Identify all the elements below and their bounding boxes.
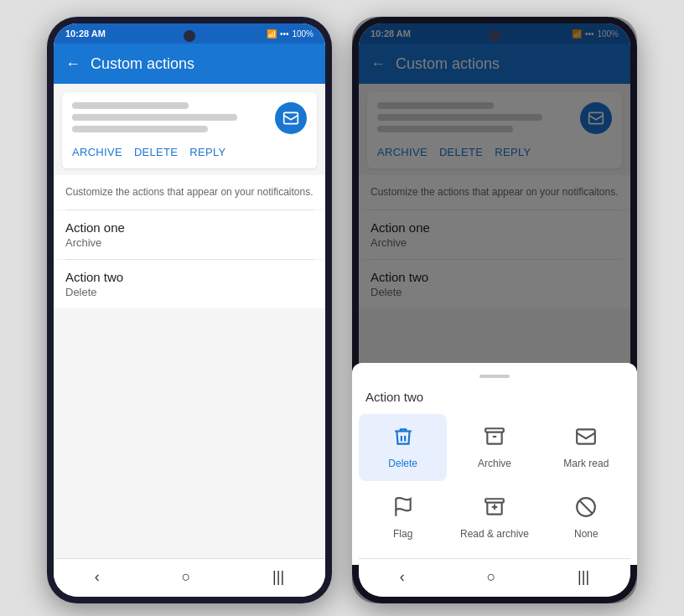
sheet-item-flag-label: Flag (393, 528, 412, 540)
camera-notch (184, 30, 195, 42)
action-one-label: Action one (65, 220, 314, 235)
sheet-item-archive-label: Archive (478, 458, 511, 469)
nav-home-btn[interactable]: ○ (168, 565, 205, 589)
svg-rect-3 (577, 429, 595, 443)
envelope-icon (575, 426, 597, 453)
settings-description: Customize the actions that appear on you… (65, 185, 314, 199)
action-one-row[interactable]: Action one Archive (54, 210, 325, 259)
left-phone: 10:28 AM 📶 ••• 100% ← Custom actions (47, 17, 332, 603)
none-icon (575, 496, 597, 523)
right-camera-notch (489, 30, 500, 42)
sheet-handle (479, 375, 510, 378)
read-archive-icon (484, 496, 505, 523)
sheet-item-readarchive[interactable]: Read & archive (450, 484, 538, 551)
right-nav-bar: ‹ ○ ||| (359, 558, 630, 597)
sheet-item-flag[interactable]: Flag (359, 484, 447, 551)
sheet-item-none[interactable]: None (542, 484, 630, 551)
sheet-grid: Delete Archive (359, 414, 630, 551)
settings-description-section: Customize the actions that appear on you… (54, 175, 325, 210)
left-phone-screen: 10:28 AM 📶 ••• 100% ← Custom actions (54, 23, 325, 597)
svg-rect-2 (485, 428, 504, 432)
notif-archive-btn[interactable]: Archive (72, 146, 122, 158)
notif-app-icon (275, 102, 307, 134)
app-toolbar: ← Custom actions (54, 44, 325, 84)
nav-bar: ‹ ○ ||| (54, 558, 325, 597)
right-nav-home-btn[interactable]: ○ (474, 565, 510, 589)
battery-icon: 100% (292, 29, 314, 39)
flag-icon (392, 496, 414, 523)
action-two-value: Delete (65, 286, 314, 298)
right-nav-back-btn[interactable]: ‹ (386, 565, 418, 589)
notif-header (72, 102, 307, 137)
sheet-item-markread[interactable]: Mark read (542, 414, 630, 481)
bottom-sheet: Action two Delete (359, 363, 630, 565)
nav-recents-btn[interactable]: ||| (259, 565, 298, 589)
action-one-value: Archive (65, 236, 314, 249)
svg-rect-5 (485, 499, 504, 502)
sheet-item-archive[interactable]: Archive (450, 414, 538, 481)
sheet-item-delete-label: Delete (388, 458, 417, 469)
status-icons: 📶 ••• 100% (267, 29, 314, 39)
notif-line-3 (72, 126, 208, 132)
notif-lines (72, 102, 267, 137)
notif-actions: Archive Delete Reply (72, 146, 307, 158)
back-button[interactable]: ← (65, 55, 80, 73)
right-phone-screen: 10:28 AM 📶 ••• 100% ← Custom actions (359, 23, 630, 597)
sheet-item-readarchive-label: Read & archive (460, 528, 529, 540)
archive-icon (484, 426, 505, 453)
notif-delete-btn[interactable]: Delete (134, 146, 178, 158)
action-two-label: Action two (65, 270, 314, 284)
sheet-item-none-label: None (574, 528, 598, 540)
wifi-icon: 📶 (267, 29, 277, 39)
trash-icon (392, 426, 414, 453)
right-phone: 10:28 AM 📶 ••• 100% ← Custom actions (352, 17, 637, 603)
page-title: Custom actions (91, 55, 194, 73)
sheet-title: Action two (359, 386, 630, 414)
right-nav-recents-btn[interactable]: ||| (564, 565, 603, 589)
screen-content: Archive Delete Reply Customize the actio… (54, 84, 325, 558)
sheet-item-markread-label: Mark read (563, 458, 609, 469)
nav-back-btn[interactable]: ‹ (81, 565, 113, 589)
notif-line-1 (72, 102, 189, 109)
notification-preview-card: Archive Delete Reply (62, 92, 317, 168)
sheet-item-delete[interactable]: Delete (359, 414, 447, 481)
action-two-row[interactable]: Action two Delete (54, 260, 325, 308)
svg-line-7 (580, 500, 593, 513)
notif-reply-btn[interactable]: Reply (189, 146, 225, 158)
svg-rect-0 (284, 112, 298, 123)
status-time: 10:28 AM (65, 28, 106, 39)
signal-icon: ••• (280, 29, 289, 39)
notif-line-2 (72, 114, 237, 121)
